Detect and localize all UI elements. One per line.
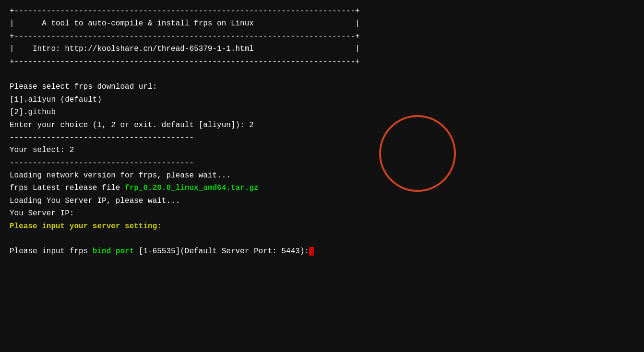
frps-filename: frp_0.20.0_linux_amd64.tar.gz: [125, 184, 258, 192]
intro-line: | Intro: http://koolshare.cn/thread-6537…: [10, 45, 360, 53]
terminal-window: +---------------------------------------…: [0, 0, 644, 352]
option2: [2].github: [10, 108, 56, 117]
separator2: ----------------------------------------: [10, 159, 194, 167]
select-prompt: Please select frps download url:: [10, 82, 157, 91]
loading-ip: Loading You Server IP, please wait...: [10, 197, 180, 205]
please-input-server: Please input your server setting:: [10, 222, 162, 231]
option1: [1].aliyun (default): [10, 95, 102, 104]
tool-line: | A tool to auto-compile & install frps …: [10, 19, 360, 28]
bind-port-suffix: [1-65535](Default Server Port: 5443):: [134, 247, 309, 256]
enter-choice: Enter your choice (1, 2 or exit. default…: [10, 121, 254, 129]
mid-dashed-line: +---------------------------------------…: [10, 32, 360, 41]
your-select: Your select: 2: [10, 146, 74, 154]
server-ip-prefix: You Server IP:: [10, 209, 79, 218]
bind-port-prefix: Please input frps: [10, 247, 93, 256]
top-dashed-line: +---------------------------------------…: [10, 7, 360, 15]
bot-dashed-line: +---------------------------------------…: [10, 58, 360, 66]
bind-port-keyword: bind_port: [93, 247, 134, 256]
terminal-output: +---------------------------------------…: [10, 5, 634, 258]
input-cursor: [309, 247, 314, 256]
frps-latest-prefix: frps Latest release file: [10, 184, 125, 192]
separator1: ----------------------------------------: [10, 133, 194, 142]
loading-network: Loading network version for frps, please…: [10, 171, 231, 180]
